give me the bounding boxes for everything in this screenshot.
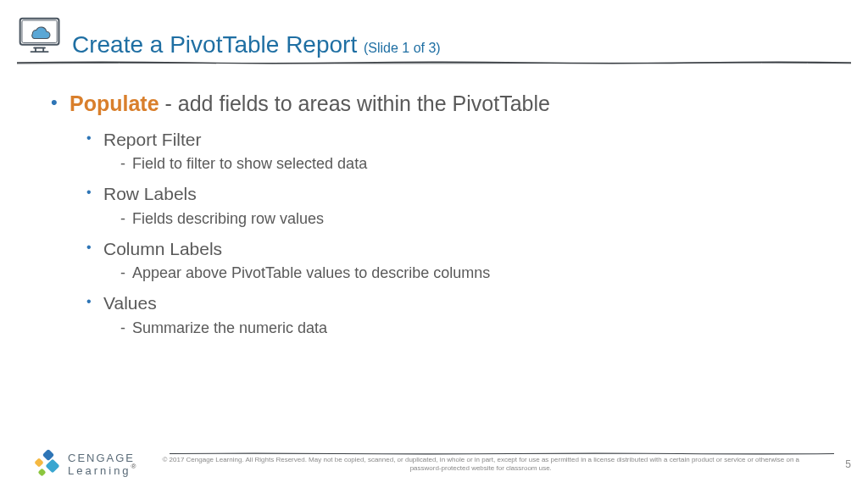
logo-line2: Learning	[68, 464, 131, 477]
slide-title: Create a PivotTable Report (Slide 1 of 3…	[72, 30, 441, 59]
footer: CENGAGE Learning® © 2017 Cengage Learnin…	[0, 443, 868, 478]
logo-mark-icon	[34, 451, 61, 478]
slide: Create a PivotTable Report (Slide 1 of 3…	[0, 0, 868, 488]
page-number: 5	[826, 458, 851, 470]
bullet-main: Populate - add fields to areas within th…	[51, 90, 843, 339]
bullet-lvl2: Row Labels Fields describing row values	[86, 181, 843, 230]
footer-divider	[170, 443, 834, 446]
header: Create a PivotTable Report (Slide 1 of 3…	[0, 0, 868, 59]
lvl3-desc: Field to filter to show selected data	[120, 153, 843, 175]
bullet-strong: Populate	[70, 92, 159, 115]
bullet-lead: - add fields to areas within the PivotTa…	[159, 92, 550, 115]
title-sub: (Slide 1 of 3)	[364, 41, 441, 55]
cengage-logo: CENGAGE Learning®	[34, 451, 136, 478]
bullet-list-lvl1: Populate - add fields to areas within th…	[51, 90, 843, 339]
bullet-lvl2: Report Filter Field to filter to show se…	[86, 127, 843, 175]
logo-text: CENGAGE Learning®	[68, 452, 136, 477]
bullet-lvl2: Column Labels Appear above PivotTable va…	[86, 236, 843, 285]
lvl2-label: Report Filter	[103, 130, 202, 149]
bullet-lvl2: Values Summarize the numeric data	[86, 291, 843, 339]
header-divider	[17, 61, 851, 64]
bullet-list-lvl2: Report Filter Field to filter to show se…	[70, 127, 843, 339]
lvl2-label: Values	[103, 293, 157, 313]
lvl2-label: Column Labels	[103, 239, 222, 258]
footer-row: CENGAGE Learning® © 2017 Cengage Learnin…	[0, 451, 868, 478]
content-area: Populate - add fields to areas within th…	[0, 64, 868, 339]
lvl3-desc: Fields describing row values	[120, 208, 843, 230]
monitor-cloud-icon	[17, 15, 64, 56]
lvl3-desc: Appear above PivotTable values to descri…	[120, 263, 843, 284]
copyright-text: © 2017 Cengage Learning. All Rights Rese…	[136, 456, 826, 474]
lvl3-desc: Summarize the numeric data	[120, 318, 843, 339]
lvl2-label: Row Labels	[103, 184, 197, 203]
logo-line1: CENGAGE	[68, 452, 136, 463]
title-main: Create a PivotTable Report	[72, 31, 364, 58]
